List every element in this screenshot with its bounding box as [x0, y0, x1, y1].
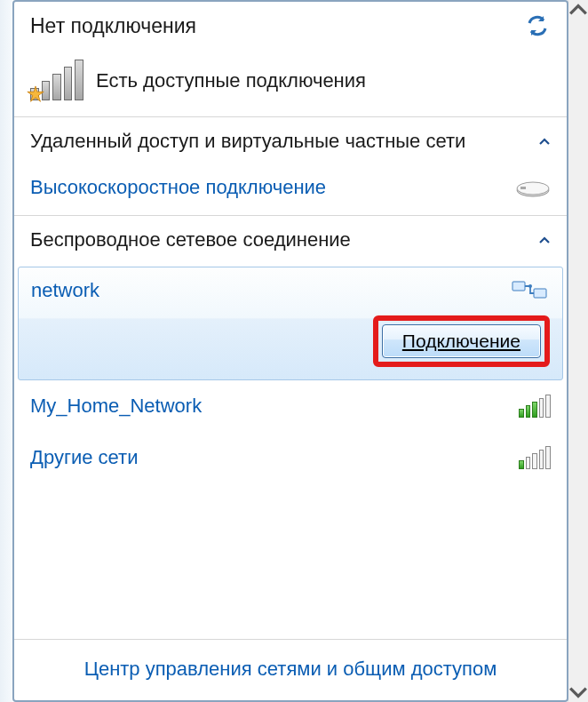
network-name: network — [31, 279, 99, 302]
refresh-icon[interactable] — [524, 14, 551, 37]
highlight-annotation: Подключение — [373, 315, 550, 367]
svg-rect-3 — [513, 282, 525, 291]
available-networks-row: Есть доступные подключения — [30, 61, 551, 100]
footer: Центр управления сетями и общим доступом — [14, 639, 567, 700]
wireless-header-section: Беспроводное сетевое соединение — [14, 216, 567, 264]
network-item-other[interactable]: Другие сети — [14, 432, 567, 483]
svg-point-5 — [528, 284, 532, 288]
connect-button[interactable]: Подключение — [382, 324, 541, 358]
broadband-connection-item[interactable]: Высокоскоростное подключение — [14, 165, 567, 215]
wireless-list: network Подключение My_Home_Network — [14, 264, 567, 483]
network-item[interactable]: My_Home_Network — [14, 380, 567, 432]
broadband-label: Высокоскоростное подключение — [30, 176, 326, 199]
status-section: Нет подключения Есть доступные подключен… — [14, 2, 567, 117]
network-flyout-panel: Нет подключения Есть доступные подключен… — [12, 0, 568, 702]
connection-status-title: Нет подключения — [30, 14, 196, 38]
dialup-vpn-header[interactable]: Удаленный доступ и виртуальные частные с… — [14, 117, 567, 165]
chevron-up-icon — [538, 232, 551, 248]
scroll-down-icon[interactable] — [568, 682, 588, 702]
dialup-vpn-title: Удаленный доступ и виртуальные частные с… — [30, 130, 465, 153]
network-name: Другие сети — [30, 446, 138, 469]
modem-icon — [515, 178, 551, 197]
network-name: My_Home_Network — [30, 395, 202, 418]
svg-rect-4 — [534, 289, 546, 298]
signal-strength-icon — [519, 395, 551, 418]
signal-strength-icon — [519, 446, 551, 469]
chevron-up-icon — [538, 133, 551, 149]
dialup-vpn-section: Удаленный доступ и виртуальные частные с… — [14, 117, 567, 216]
network-computers-icon — [511, 278, 550, 303]
scroll-up-icon[interactable] — [568, 0, 588, 20]
wireless-title: Беспроводное сетевое соединение — [30, 228, 351, 251]
svg-rect-2 — [520, 187, 526, 189]
spacer — [14, 483, 567, 639]
wireless-header[interactable]: Беспроводное сетевое соединение — [14, 216, 567, 264]
network-item-selected[interactable]: network Подключение — [18, 267, 563, 380]
scrollbar[interactable] — [568, 0, 588, 702]
left-shadow — [0, 0, 12, 702]
signal-bars-icon — [30, 61, 83, 100]
available-text: Есть доступные подключения — [96, 69, 366, 92]
network-center-link[interactable]: Центр управления сетями и общим доступом — [84, 658, 497, 680]
